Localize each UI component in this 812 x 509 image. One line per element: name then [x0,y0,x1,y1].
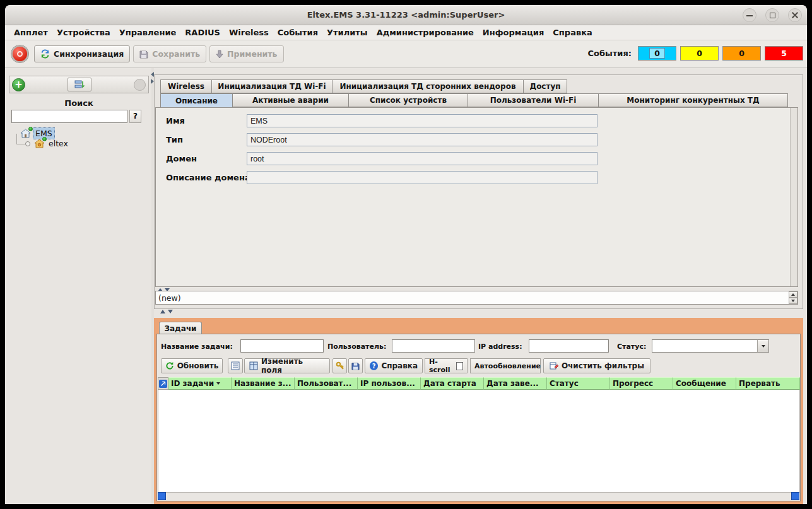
scroll-corner-right[interactable] [791,492,799,500]
search-input[interactable] [11,110,127,123]
help-button[interactable]: ? Справка [365,358,423,373]
titlebar: Eltex.EMS 3.31-11223 <admin:SuperUser> [5,5,807,25]
tree-toolbar: + [9,76,149,93]
apply-button[interactable]: Применить [209,45,283,62]
refresh-label: Обновить [177,361,219,370]
task-status-select[interactable] [652,339,769,353]
tree-stop-button[interactable] [134,79,146,91]
type-field[interactable] [247,133,597,146]
col-end-date[interactable]: Дата заве... [484,377,547,390]
save-icon [139,50,148,59]
search-help-button[interactable]: ? [129,110,141,123]
hscroll-checkbox[interactable] [456,362,463,370]
menu-wireless[interactable]: Wireless [229,28,269,37]
menu-help[interactable]: Справка [553,28,592,37]
events-counter-major[interactable]: 0 [722,46,761,61]
autorefresh-toggle[interactable]: Автообновление [470,358,541,373]
sync-button[interactable]: Синхронизация [34,45,130,62]
hscroll-toggle[interactable]: H-scroll [425,358,468,373]
menu-management[interactable]: Управление [119,28,177,37]
col-task-id[interactable]: ID задачи [168,377,232,390]
tab-access[interactable]: Доступ [523,79,567,93]
save-button[interactable]: Сохранить [133,45,206,62]
close-button[interactable] [788,8,802,22]
tab-wireless[interactable]: Wireless [160,79,212,93]
refresh-button[interactable]: Обновить [161,358,223,373]
tab-init-ap-thirdparty[interactable]: Инициализация ТД сторонних вендоров [332,79,524,93]
task-status-label: Статус: [617,342,646,351]
menu-devices[interactable]: Устройства [57,28,110,37]
clear-filters-icon [550,361,558,370]
tab-active-alarms[interactable]: Активные аварии [232,93,349,107]
edit-fields-button[interactable]: Изменить поля [244,358,330,373]
events-counter-warning[interactable]: 0 [680,46,719,61]
tree-refresh-button[interactable] [68,78,91,91]
menu-information[interactable]: Информация [483,28,544,37]
menu-applet[interactable]: Апплет [14,28,48,37]
tab-device-list[interactable]: Список устройств [348,93,468,107]
device-panel: Wireless Инициализация ТД Wi-Fi Инициали… [154,68,803,318]
menubar: Апплет Устройства Управление RADIUS Wire… [5,25,807,40]
status-ok-dot [28,127,33,131]
col-progress[interactable]: Прогресс [610,377,673,390]
menu-radius[interactable]: RADIUS [185,28,220,37]
table-corner-button[interactable] [158,377,168,390]
minimize-button[interactable] [743,8,756,22]
spinner-down-button[interactable] [789,298,797,304]
col-user-ip[interactable]: IP пользов... [358,377,421,390]
col-message[interactable]: Сообщение [673,377,736,390]
domain-field[interactable] [247,152,597,165]
add-node-button[interactable]: + [12,78,25,91]
hscroll-label: H-scroll [429,358,453,374]
tab-tasks[interactable]: Задачи [159,322,202,334]
combo-drop-button[interactable] [757,340,768,352]
minimize-icon [746,15,753,16]
name-field[interactable] [247,114,597,127]
tree-node-eltex[interactable]: eltex [34,138,70,148]
form-vertical-scrollbar[interactable] [790,108,797,286]
task-name-input[interactable] [240,339,324,353]
col-user[interactable]: Пользоват... [295,377,358,390]
horizontal-splitter-buttons[interactable] [160,310,173,313]
col-task-name[interactable]: Название з... [232,377,295,390]
domain-description-field[interactable] [247,171,597,184]
events-counter-critical[interactable]: 5 [765,46,803,61]
scroll-corner-left[interactable] [158,492,166,500]
record-status-field[interactable]: (new) [155,291,798,305]
key-button[interactable] [332,358,347,373]
task-list-button[interactable] [228,358,243,373]
stop-icon [17,51,23,57]
tree-expand-handle[interactable] [25,141,30,146]
menu-utilities[interactable]: Утилиты [327,28,368,37]
stop-button[interactable] [11,45,28,62]
task-user-input[interactable] [392,339,475,353]
spinner-down-icon [791,300,795,302]
help-label: Справка [381,361,418,370]
col-start-date[interactable]: Дата старта [421,377,484,390]
task-ip-input[interactable] [529,339,609,353]
clear-filters-button[interactable]: Очистить фильтры [543,358,650,373]
edit-fields-label: Изменить поля [261,357,325,375]
events-label: События: [588,49,632,58]
tab-wifi-users[interactable]: Пользователи Wi-Fi [468,93,599,107]
col-status[interactable]: Статус [547,377,610,390]
help-icon: ? [370,361,378,370]
disk-icon [351,362,360,370]
col-abort[interactable]: Прервать [736,377,800,390]
app-window: Eltex.EMS 3.31-11223 <admin:SuperUser> А… [5,5,807,504]
search-label: Поиск [9,98,149,108]
tree-node-ems[interactable]: EMS [20,128,55,138]
tab-description[interactable]: Описание [160,93,233,108]
key-icon [336,361,344,370]
tab-concurrent-ap-monitoring[interactable]: Мониторинг конкурентных ТД [598,93,788,107]
spinner-up-button[interactable] [789,291,797,298]
sync-icon [40,49,50,59]
maximize-button[interactable] [765,8,779,22]
menu-events[interactable]: События [278,28,318,37]
tab-init-ap-wifi[interactable]: Инициализация ТД Wi-Fi [211,79,332,93]
menu-administration[interactable]: Администрирование [377,28,474,37]
apply-icon [216,50,223,59]
events-counter-info[interactable]: 0 [638,46,676,61]
save-report-button[interactable] [348,358,363,373]
chevron-down-icon [762,345,765,348]
